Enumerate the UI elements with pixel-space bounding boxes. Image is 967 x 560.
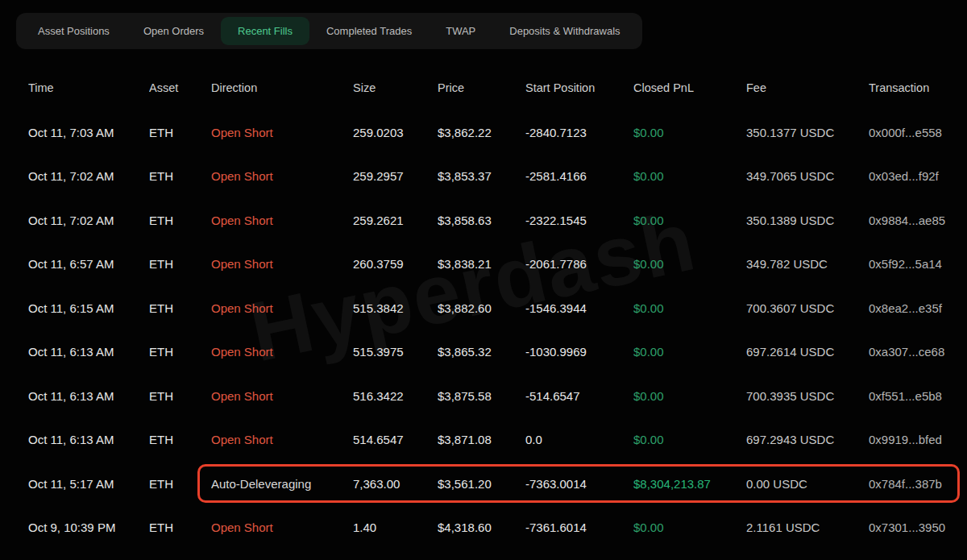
cell-closed-pnl: $0.00 — [633, 257, 746, 271]
cell-transaction-link[interactable]: 0x8ea2...e35f — [869, 301, 967, 315]
cell-transaction-link[interactable]: 0x784f...387b — [869, 477, 967, 491]
cell-asset: ETH — [149, 477, 211, 491]
table-row: Oct 9, 10:39 PM ETH Open Short 1.40 $4,3… — [0, 506, 967, 550]
cell-fee: 700.3935 USDC — [746, 389, 869, 403]
cell-price: $3,858.63 — [438, 214, 525, 227]
cell-fee: 349.7065 USDC — [746, 169, 869, 183]
table-row: Oct 11, 6:13 AM ETH Open Short 516.3422 … — [0, 374, 967, 418]
table-row: Oct 11, 7:02 AM ETH Open Short 259.2621 … — [0, 198, 967, 243]
cell-direction: Open Short — [211, 345, 353, 359]
header-transaction: Transaction — [869, 81, 967, 94]
cell-size: 259.2957 — [353, 169, 438, 183]
cell-start-position: -7361.6014 — [525, 521, 633, 534]
cell-time: Oct 11, 7:02 AM — [28, 214, 149, 227]
cell-size: 516.3422 — [353, 389, 438, 403]
header-direction: Direction — [211, 81, 353, 94]
cell-start-position: 0.0 — [525, 433, 633, 446]
cell-size: 260.3759 — [353, 257, 438, 271]
cell-price: $3,561.20 — [438, 477, 525, 491]
cell-time: Oct 11, 6:13 AM — [28, 433, 149, 446]
cell-size: 515.3842 — [353, 301, 438, 315]
cell-start-position: -1546.3944 — [525, 301, 633, 315]
cell-asset: ETH — [149, 301, 211, 315]
cell-transaction-link[interactable]: 0x9919...bfed — [869, 433, 967, 446]
cell-price: $3,838.21 — [438, 257, 525, 271]
cell-time: Oct 11, 6:13 AM — [28, 345, 149, 359]
tab-twap[interactable]: TWAP — [429, 17, 492, 45]
cell-size: 514.6547 — [353, 433, 438, 446]
cell-closed-pnl: $0.00 — [633, 433, 746, 446]
table-row: Oct 11, 7:02 AM ETH Open Short 259.2957 … — [0, 155, 967, 199]
cell-fee: 349.782 USDC — [746, 257, 869, 271]
cell-fee: 697.2943 USDC — [746, 433, 869, 446]
cell-start-position: -7363.0014 — [525, 477, 633, 491]
cell-price: $3,865.32 — [438, 345, 525, 359]
recent-fills-table: Time Asset Direction Size Price Start Po… — [0, 76, 967, 550]
cell-direction: Open Short — [211, 257, 353, 271]
cell-asset: ETH — [149, 257, 211, 271]
cell-direction: Open Short — [211, 214, 353, 227]
cell-time: Oct 11, 6:57 AM — [28, 257, 149, 271]
tab-open-orders[interactable]: Open Orders — [127, 17, 221, 45]
cell-size: 1.40 — [353, 521, 438, 534]
cell-price: $3,862.22 — [438, 126, 525, 139]
cell-closed-pnl: $0.00 — [633, 169, 746, 183]
cell-time: Oct 11, 5:17 AM — [28, 477, 149, 491]
cell-fee: 700.3607 USDC — [746, 301, 869, 315]
cell-transaction-link[interactable]: 0x03ed...f92f — [869, 169, 967, 183]
cell-start-position: -1030.9969 — [525, 345, 633, 359]
tab-completed-trades[interactable]: Completed Trades — [309, 17, 429, 45]
table-header-row: Time Asset Direction Size Price Start Po… — [0, 76, 967, 100]
cell-asset: ETH — [149, 345, 211, 359]
header-price: Price — [438, 81, 525, 94]
cell-time: Oct 11, 6:13 AM — [28, 389, 149, 403]
cell-transaction-link[interactable]: 0x000f...e558 — [869, 126, 967, 139]
cell-time: Oct 11, 7:03 AM — [28, 126, 149, 139]
header-fee: Fee — [746, 81, 869, 94]
cell-direction: Open Short — [211, 126, 353, 139]
header-time: Time — [28, 81, 149, 94]
cell-transaction-link[interactable]: 0xf551...e5b8 — [869, 389, 967, 403]
cell-start-position: -2322.1545 — [525, 214, 633, 227]
cell-fee: 2.1161 USDC — [746, 521, 869, 534]
cell-size: 515.3975 — [353, 345, 438, 359]
cell-closed-pnl: $0.00 — [633, 301, 746, 315]
cell-asset: ETH — [149, 126, 211, 139]
table-row: Oct 11, 6:13 AM ETH Open Short 515.3975 … — [0, 330, 967, 375]
cell-asset: ETH — [149, 433, 211, 446]
header-asset: Asset — [149, 81, 211, 94]
cell-size: 259.2621 — [353, 214, 438, 227]
cell-transaction-link[interactable]: 0x5f92...5a14 — [869, 257, 967, 271]
cell-price: $3,882.60 — [438, 301, 525, 315]
tab-asset-positions[interactable]: Asset Positions — [21, 17, 127, 45]
cell-closed-pnl: $0.00 — [633, 345, 746, 359]
tab-recent-fills[interactable]: Recent Fills — [221, 17, 309, 45]
cell-size: 259.0203 — [353, 126, 438, 139]
cell-time: Oct 11, 6:15 AM — [28, 301, 149, 315]
cell-time: Oct 9, 10:39 PM — [28, 521, 149, 534]
cell-time: Oct 11, 7:02 AM — [28, 169, 149, 183]
cell-asset: ETH — [149, 389, 211, 403]
cell-closed-pnl: $0.00 — [633, 214, 746, 227]
cell-price: $3,875.58 — [438, 389, 525, 403]
cell-size: 7,363.00 — [353, 477, 438, 491]
cell-transaction-link[interactable]: 0x9884...ae85 — [869, 214, 967, 227]
table-row-auto-deleveraging: Oct 11, 5:17 AM ETH Auto-Deleveraging 7,… — [0, 462, 967, 506]
cell-closed-pnl: $0.00 — [633, 126, 746, 139]
cell-start-position: -514.6547 — [525, 389, 633, 403]
table-row: Oct 11, 6:57 AM ETH Open Short 260.3759 … — [0, 243, 967, 287]
cell-price: $3,853.37 — [438, 169, 525, 183]
cell-direction: Open Short — [211, 389, 353, 403]
cell-fee: 350.1377 USDC — [746, 126, 869, 139]
header-start-position: Start Position — [525, 81, 633, 94]
cell-direction: Open Short — [211, 521, 353, 534]
cell-start-position: -2581.4166 — [525, 169, 633, 183]
cell-transaction-link[interactable]: 0x7301...3950 — [869, 521, 967, 534]
cell-transaction-link[interactable]: 0xa307...ce68 — [869, 345, 967, 359]
cell-price: $3,871.08 — [438, 433, 525, 446]
cell-direction: Open Short — [211, 301, 353, 315]
tab-deposits-withdrawals[interactable]: Deposits & Withdrawals — [492, 17, 637, 45]
cell-fee: 350.1389 USDC — [746, 214, 869, 227]
cell-direction: Auto-Deleveraging — [211, 477, 353, 491]
cell-fee: 0.00 USDC — [746, 477, 869, 491]
